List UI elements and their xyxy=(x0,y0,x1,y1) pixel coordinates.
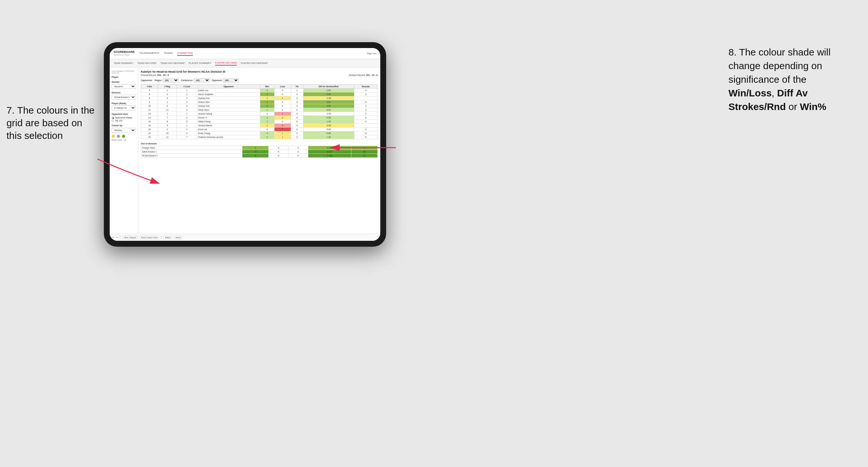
toolbar-redo[interactable]: ↪ xyxy=(116,236,118,239)
table-row: 13 1 1 Jessica Huang 0 1 0 -3.00 2 xyxy=(141,112,378,116)
table-row: 10 6 3 Andrea York 2 0 0 4.00 4 xyxy=(141,104,378,108)
sidebar-player-rank-label: Player (Rank) xyxy=(112,102,136,104)
sidebar-radio-top100[interactable]: Top 100 xyxy=(112,119,136,122)
col-loss: Loss xyxy=(274,85,291,89)
toolbar-watch[interactable]: Watch xyxy=(163,236,172,239)
toolbar-view-original[interactable]: View: Original xyxy=(122,236,137,239)
filter-conference-select[interactable]: (All) xyxy=(194,78,210,83)
sub-nav-team-h2h-grid[interactable]: TEAM H2H GRID xyxy=(137,61,156,65)
annotation-right: 8. The colour shade will change dependin… xyxy=(728,45,852,114)
filter-group-conference: Conference (All) xyxy=(181,78,210,83)
colour-label-level: Level xyxy=(117,139,122,141)
col-rounds: Rounds xyxy=(354,85,377,89)
nav-sign-out[interactable]: Sign out xyxy=(367,52,376,55)
table-row: NCAA Division 2 5 0 0 7.400 10 xyxy=(141,154,378,158)
chart-title: Katelyn Vo Head-to-Head Grid for Women's… xyxy=(141,70,378,73)
col-conf: # Conf xyxy=(177,85,197,89)
filter-group-all: Region (All) xyxy=(154,78,179,83)
filter-row: Opponents: Region (All) Conference (All) xyxy=(141,78,378,83)
table-row: 6 3 3 Sydney Kuo 1 1 0 -1.00 xyxy=(141,96,378,100)
records-row: Overall Record: 353 - 34 - 6 Division Re… xyxy=(141,74,378,76)
sidebar-timestamp: Last Updated: 27/03/2024 16:55:38 xyxy=(112,70,136,74)
filter-opponents-label: Opponents: xyxy=(141,79,153,82)
sidebar-radio-opponents-played[interactable]: Opponents Played xyxy=(112,117,136,119)
col-opponent: Opponent xyxy=(197,85,260,89)
radio-dot-top100 xyxy=(112,119,114,122)
sub-nav-team-h2h-heatmap[interactable]: TEAM H2H HEATMAP xyxy=(160,61,185,65)
out-of-division-table: Foreign Team 1 0 0 4.500 2 NAIA Division… xyxy=(141,146,378,158)
table-row: 20 11 7 Federica Domenq Lacroze 2 1 0 1.… xyxy=(141,135,378,139)
logo: SCOREBOARD Powered by clippd xyxy=(114,51,135,56)
table-row: 11 11 2 Heejo Hyun 1 0 0 3.33 3 xyxy=(141,108,378,112)
table-row: 18 2 2 Euna Lee 0 3 0 -5.00 2 xyxy=(141,128,378,131)
overall-record: Overall Record: 353 - 34 - 6 xyxy=(141,74,169,76)
col-tie: Tie xyxy=(291,85,303,89)
sidebar-player-section: Player xyxy=(112,76,136,78)
filter-opponent-select[interactable]: (All) xyxy=(223,78,239,83)
table-row: Foreign Team 1 0 0 4.500 2 xyxy=(141,146,378,150)
sidebar-division-label: Division xyxy=(112,92,136,94)
col-div: # Div xyxy=(141,85,158,89)
sidebar: Last Updated: 27/03/2024 16:55:38 Player… xyxy=(110,67,138,234)
toolbar-share[interactable]: Share xyxy=(174,236,182,239)
sidebar-player-rank-select[interactable]: 8. Katelyn Vo xyxy=(112,105,136,110)
out-of-division-header: Out of division xyxy=(141,143,378,145)
filter-group-opponent: Opponent (All) xyxy=(212,78,239,83)
sub-nav-team-summary[interactable]: TEAM SUMMARY xyxy=(114,61,133,65)
sub-nav-player-summary[interactable]: PLAYER SUMMARY xyxy=(189,61,211,65)
col-win: Win xyxy=(260,85,274,89)
division-record: Division Record: 331 - 34 - 6 xyxy=(349,74,378,76)
sidebar-gender-section: Gender Women's xyxy=(112,81,136,89)
sidebar-colour-section: Colour by Win/loss Down Level Up xyxy=(112,124,136,141)
tablet-screen: SCOREBOARD Powered by clippd TOURNAMENTS… xyxy=(110,48,380,241)
sidebar-division-section: Division NCAA Division III xyxy=(112,92,136,100)
sidebar-opponent-view-section: Opponent view Opponents Played Top 100 xyxy=(112,113,136,122)
main-data-table: # Div # Reg # Conf Opponent Win Loss Tie… xyxy=(141,84,378,139)
table-row: 3 1 1 Esther Lee 1 0 1 1.50 4 xyxy=(141,89,378,93)
nav-committee[interactable]: COMMITTEE xyxy=(177,51,193,56)
sidebar-gender-label: Gender xyxy=(112,81,136,83)
tablet-frame: SCOREBOARD Powered by clippd TOURNAMENTS… xyxy=(104,42,386,247)
colour-dot-down xyxy=(112,135,115,138)
radio-dot-opponents xyxy=(112,117,114,119)
sidebar-gender-select[interactable]: Women's xyxy=(112,84,136,89)
data-area: Katelyn Vo Head-to-Head Grid for Women's… xyxy=(138,67,380,234)
table-row: 19 10 6 Emily Chang 4 1 0 0.30 11 xyxy=(141,131,378,135)
filter-opponent-label: Opponent xyxy=(212,79,222,82)
table-row: 9 1 4 Sharon Mun 1 0 0 3.67 3 xyxy=(141,100,378,104)
colour-label-down: Down xyxy=(112,139,116,141)
sidebar-division-select[interactable]: NCAA Division III xyxy=(112,95,136,100)
sidebar-player-rank-section: Player (Rank) 8. Katelyn Vo xyxy=(112,102,136,110)
nav-teams[interactable]: TEAMS xyxy=(164,51,173,56)
sidebar-opponent-view-label: Opponent view xyxy=(112,113,136,115)
sub-nav-player-h2h-heatmap[interactable]: PLAYER H2H HEATMAP xyxy=(241,61,268,65)
main-content: Last Updated: 27/03/2024 16:55:38 Player… xyxy=(110,67,380,234)
nav-items: TOURNAMENTS TEAMS COMMITTEE xyxy=(139,51,367,56)
sub-nav-player-h2h-grid[interactable]: PLAYER H2H GRID xyxy=(215,61,237,66)
table-row: 15 8 5 Stella Cheng 1 0 0 1.25 4 xyxy=(141,120,378,124)
colour-label-up: Up xyxy=(123,139,127,141)
sidebar-player-label: Player xyxy=(112,76,136,78)
table-row: 16 3 1 Jessica Mason 1 2 0 -0.94 xyxy=(141,124,378,128)
table-row: 14 7 4 Eunice Yi 2 2 0 0.38 9 xyxy=(141,116,378,120)
bottom-toolbar: ↩ ↪ View: Original Save Custom View Watc… xyxy=(110,234,380,241)
sidebar-colour-label: Colour by xyxy=(112,124,136,127)
toolbar-divider1 xyxy=(120,236,120,240)
toolbar-undo[interactable]: ↩ xyxy=(112,236,114,239)
toolbar-save-custom[interactable]: Save Custom View xyxy=(140,236,159,239)
colour-dot-up xyxy=(122,135,125,138)
annotation-left: 7. The colours in the grid are based on … xyxy=(6,104,97,142)
filter-region-label: Region xyxy=(154,79,162,82)
toolbar-divider2 xyxy=(161,236,161,240)
top-nav: SCOREBOARD Powered by clippd TOURNAMENTS… xyxy=(110,48,380,59)
sidebar-colour-select[interactable]: Win/loss xyxy=(112,128,136,133)
nav-tournaments[interactable]: TOURNAMENTS xyxy=(139,51,159,56)
filter-conference-label: Conference xyxy=(181,79,192,82)
col-diff: Diff Av Strokes/Rnd xyxy=(303,85,354,89)
table-row: 5 2 2 Alexis Sudjianto 1 0 0 4.00 3 xyxy=(141,93,378,96)
sub-nav: TEAM SUMMARY TEAM H2H GRID TEAM H2H HEAT… xyxy=(110,59,380,67)
filter-region-select[interactable]: (All) xyxy=(162,78,179,83)
table-row: NAIA Division 1 15 0 0 9.267 30 xyxy=(141,150,378,154)
col-reg: # Reg xyxy=(158,85,177,89)
colour-dot-level xyxy=(117,135,120,138)
